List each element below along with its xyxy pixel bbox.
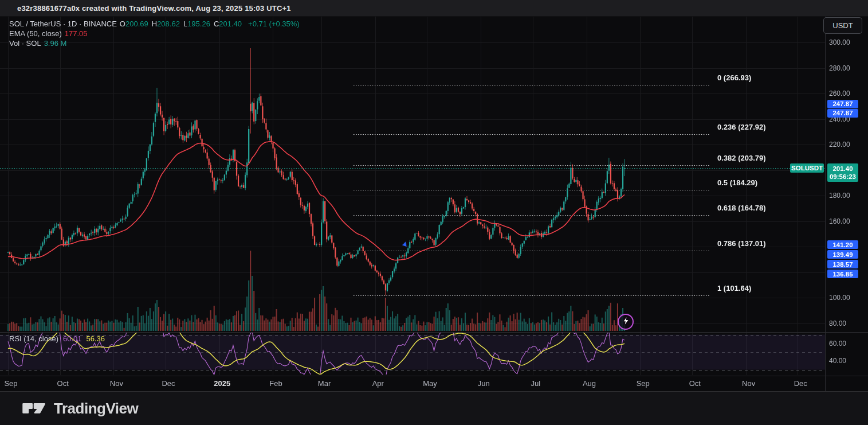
rsi-ma-value: 56.36 bbox=[87, 334, 105, 343]
alert-price-tag: 139.49 bbox=[827, 250, 858, 259]
alert-price-tag: 247.87 bbox=[827, 109, 858, 118]
symbol-title: SOL / TetherUS · 1D · BINANCE bbox=[9, 19, 117, 29]
time-tick-label: Sep bbox=[637, 379, 650, 388]
chart-legend: SOL / TetherUS · 1D · BINANCE O200.69H20… bbox=[9, 19, 300, 48]
time-tick-label: Dec bbox=[794, 379, 807, 388]
price-axis[interactable]: 201.40 09:56:23 300.00280.00260.00240.00… bbox=[825, 16, 868, 391]
price-tick-label: 300.00 bbox=[829, 38, 850, 46]
time-tick-label: Oct bbox=[689, 379, 701, 388]
time-tick-label: May bbox=[423, 379, 437, 388]
ohlc-value: 195.26 bbox=[187, 20, 210, 28]
ema-label: EMA (50, close) bbox=[9, 29, 62, 38]
lightning-icon bbox=[622, 317, 630, 327]
price-chart-canvas[interactable] bbox=[0, 0, 868, 425]
volume-value: 3.96 M bbox=[44, 38, 67, 48]
footer-bar: TradingView bbox=[0, 391, 868, 425]
rsi-tick-label: 60.00 bbox=[829, 340, 846, 348]
price-tick-label: 180.00 bbox=[829, 192, 850, 200]
price-tick-label: 220.00 bbox=[829, 141, 850, 149]
attribution-text: e32r38861677a0x created with TradingView… bbox=[17, 4, 291, 13]
time-tick-label: Nov bbox=[110, 379, 123, 388]
ohlc-letter: C bbox=[214, 20, 219, 28]
fib-level-label: 1 (101.64) bbox=[717, 284, 751, 293]
tradingview-chart-window: e32r38861677a0x created with TradingView… bbox=[0, 0, 868, 425]
alert-price-tag: 141.20 bbox=[827, 240, 858, 249]
symbol-price-label: SOLUSDT bbox=[790, 163, 824, 173]
last-price-tag: 201.40 09:56:23 bbox=[827, 163, 858, 182]
price-tick-label: 160.00 bbox=[829, 217, 850, 225]
rsi-legend-row[interactable]: RSI (14, close) 60.01 56.36 bbox=[9, 334, 105, 343]
time-tick-label: Feb bbox=[269, 379, 282, 388]
ohlc-value: 201.40 bbox=[219, 20, 242, 28]
ema-value: 177.05 bbox=[65, 29, 88, 38]
alert-price-tag: 247.87 bbox=[827, 100, 858, 108]
time-tick-label: Apr bbox=[372, 379, 384, 388]
fib-level-label: 0.236 (227.92) bbox=[717, 123, 766, 131]
time-tick-label: Jul bbox=[531, 379, 541, 388]
ema-legend-row[interactable]: EMA (50, close) 177.05 bbox=[9, 29, 300, 38]
volume-legend-row[interactable]: Vol · SOL 3.96 M bbox=[9, 38, 300, 48]
time-tick-label: Dec bbox=[162, 379, 175, 388]
time-tick-label: 2025 bbox=[214, 379, 230, 388]
fib-level-label: 0 (266.93) bbox=[717, 73, 751, 82]
fib-level-label: 0.382 (203.79) bbox=[717, 154, 766, 162]
ohlc-values: O200.69H208.62L195.26C201.40 bbox=[120, 19, 245, 29]
time-tick-label: Aug bbox=[583, 379, 596, 388]
tradingview-logo-icon bbox=[22, 400, 47, 418]
time-tick-label: Mar bbox=[318, 379, 331, 388]
ohlc-value: 200.69 bbox=[125, 20, 148, 28]
ohlc-value: 208.62 bbox=[157, 20, 180, 28]
fib-level-label: 0.5 (184.29) bbox=[717, 178, 757, 187]
rsi-label: RSI (14, close) bbox=[9, 334, 58, 343]
ohlc-letter: H bbox=[152, 20, 157, 28]
alert-price-tag: 138.57 bbox=[827, 260, 858, 268]
attribution-bar: e32r38861677a0x created with TradingView… bbox=[0, 0, 868, 17]
tradingview-logo[interactable]: TradingView bbox=[22, 400, 138, 418]
boost-lightning-badge[interactable] bbox=[618, 314, 634, 330]
time-tick-label: Sep bbox=[4, 379, 17, 388]
change-value: +0.71 (+0.35%) bbox=[248, 19, 300, 29]
bar-countdown: 09:56:23 bbox=[830, 173, 856, 181]
last-price-value: 201.40 bbox=[832, 165, 853, 173]
symbol-price-label-text: SOLUSDT bbox=[791, 165, 823, 171]
ohlc-letter: O bbox=[120, 20, 125, 28]
alert-price-tag: 136.85 bbox=[827, 270, 858, 278]
time-tick-label: Nov bbox=[742, 379, 755, 388]
time-tick-label: Jun bbox=[478, 379, 490, 388]
fib-level-label: 0.786 (137.01) bbox=[717, 239, 766, 248]
time-tick-label: Oct bbox=[57, 379, 69, 388]
price-tick-label: 280.00 bbox=[829, 64, 850, 72]
price-tick-label: 100.00 bbox=[829, 294, 850, 302]
fib-level-label: 0.618 (164.78) bbox=[717, 204, 766, 212]
price-tick-label: 260.00 bbox=[829, 89, 850, 98]
price-tick-label: 80.00 bbox=[829, 319, 846, 327]
rsi-tick-label: 40.00 bbox=[829, 357, 846, 365]
rsi-value: 60.01 bbox=[63, 334, 82, 343]
symbol-legend-row[interactable]: SOL / TetherUS · 1D · BINANCE O200.69H20… bbox=[9, 19, 300, 29]
volume-label: Vol · SOL bbox=[9, 38, 41, 48]
time-axis[interactable]: SepOctNovDec2025FebMarAprMayJunJulAugSep… bbox=[0, 375, 825, 391]
tradingview-logo-text: TradingView bbox=[54, 400, 138, 418]
